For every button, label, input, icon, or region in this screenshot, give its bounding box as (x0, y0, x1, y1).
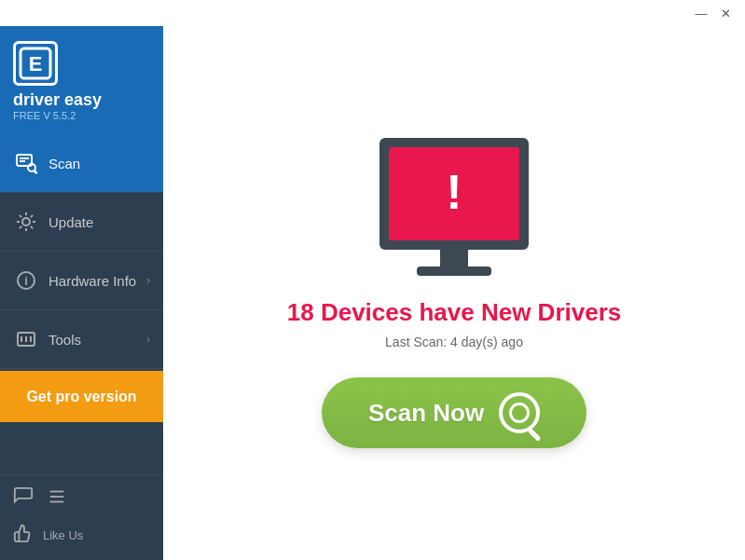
tools-nav-icon (13, 326, 39, 352)
svg-line-13 (31, 226, 33, 228)
like-us-label: Like Us (43, 528, 83, 542)
scan-search-circle (509, 403, 530, 423)
svg-line-12 (20, 215, 21, 217)
scan-now-label: Scan Now (368, 399, 484, 428)
minimize-button[interactable]: — (689, 4, 713, 22)
like-icon (13, 523, 34, 547)
get-pro-label: Get pro version (26, 389, 136, 405)
update-nav-label: Update (48, 214, 150, 230)
svg-line-15 (20, 226, 21, 228)
hardware-info-nav-label: Hardware Info (48, 273, 146, 289)
last-scan-label: Last Scan: 4 day(s) ago (385, 335, 523, 349)
list-icon[interactable] (47, 486, 67, 512)
sidebar-item-hardware-info[interactable]: i Hardware Info › (0, 252, 163, 309)
scan-search-icon (499, 392, 540, 433)
main-content: ! 18 Devices have New Drivers Last Scan:… (163, 26, 745, 560)
monitor-illustration: ! (379, 138, 529, 276)
app-name: driver easy (13, 91, 102, 108)
monitor-body: ! (379, 138, 529, 250)
like-us-area[interactable]: Like Us (0, 523, 163, 560)
close-button[interactable]: ✕ (713, 4, 738, 22)
get-pro-button[interactable]: Get pro version (0, 371, 163, 422)
sidebar-item-scan[interactable]: Scan (0, 134, 163, 192)
sidebar-bottom (0, 474, 163, 523)
app-container: E driver easy FREE V 5.5.2 Scan (0, 26, 745, 560)
sidebar-item-update[interactable]: Update (0, 193, 163, 251)
tools-arrow-icon: › (146, 333, 150, 346)
monitor-base (417, 266, 491, 276)
status-title: 18 Devices have New Drivers (287, 298, 621, 327)
logo-icon: E (13, 41, 58, 86)
logo-svg: E (19, 47, 52, 80)
chat-icon[interactable] (13, 486, 34, 512)
svg-point-7 (22, 218, 30, 225)
app-version: FREE V 5.5.2 (13, 110, 76, 121)
monitor-screen: ! (389, 147, 519, 240)
nav-divider-4 (0, 368, 163, 369)
update-nav-icon (13, 209, 39, 235)
sidebar-item-tools[interactable]: Tools › (0, 310, 163, 368)
scan-now-button[interactable]: Scan Now (322, 377, 586, 448)
svg-text:E: E (29, 52, 43, 75)
scan-nav-label: Scan (48, 156, 150, 171)
monitor-stand (440, 250, 468, 266)
tools-nav-label: Tools (48, 332, 146, 348)
sidebar: E driver easy FREE V 5.5.2 Scan (0, 26, 163, 560)
svg-text:i: i (24, 274, 28, 288)
hardware-info-nav-icon: i (13, 267, 39, 294)
hardware-info-arrow-icon: › (146, 274, 150, 287)
svg-line-6 (34, 171, 36, 173)
svg-line-14 (31, 215, 33, 217)
titlebar: — ✕ (0, 0, 745, 26)
sidebar-logo: E driver easy FREE V 5.5.2 (0, 26, 163, 134)
exclamation-mark: ! (446, 168, 462, 216)
sidebar-spacer (0, 422, 163, 474)
scan-nav-icon (13, 150, 39, 176)
